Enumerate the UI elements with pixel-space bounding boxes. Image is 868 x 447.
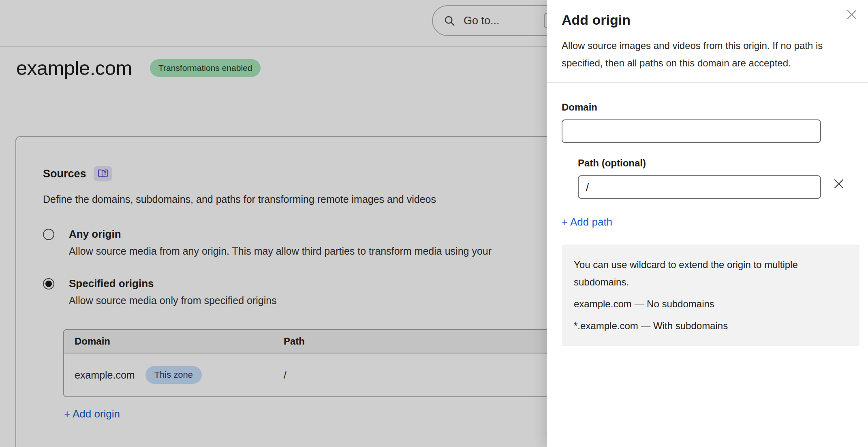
panel-divider (547, 82, 868, 83)
panel-description: Allow source images and videos from this… (562, 37, 850, 72)
path-field-label: Path (optional) (578, 158, 868, 169)
add-path-link[interactable]: + Add path (562, 216, 612, 228)
domain-field-label: Domain (562, 102, 868, 113)
wildcard-info-text: You can use wildcard to extend the origi… (574, 256, 847, 291)
remove-icon (833, 178, 845, 190)
with-subdomains-example: *.example.com — With subdomains (574, 317, 847, 334)
path-input[interactable] (578, 175, 821, 199)
domain-input[interactable] (562, 119, 821, 143)
no-subdomains-example: example.com — No subdomains (574, 295, 847, 313)
panel-title: Add origin (562, 12, 868, 28)
add-origin-panel: Add origin Allow source images and video… (547, 0, 868, 447)
close-icon (846, 9, 858, 21)
panel-close-button[interactable] (844, 6, 860, 23)
remove-path-button[interactable] (830, 175, 848, 193)
wildcard-info-box: You can use wildcard to extend the origi… (562, 245, 859, 346)
